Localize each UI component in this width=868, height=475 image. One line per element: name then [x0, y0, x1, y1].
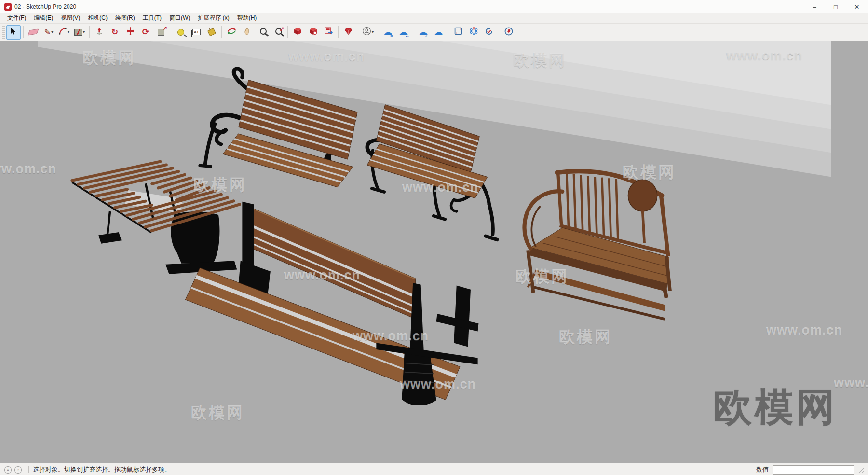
sketchup-logo-icon: [4, 3, 12, 11]
status-hint-text: 选择对象。切换到扩充选择。拖动鼠标选择多项。: [33, 465, 745, 474]
scale-icon: [158, 29, 164, 36]
menu-draw[interactable]: 绘图(R): [111, 13, 139, 23]
arc-tool-button[interactable]: ▾: [57, 25, 71, 40]
send-to-layout-button[interactable]: [321, 25, 336, 40]
move-icon: [126, 27, 135, 37]
extension-gem-icon: [344, 27, 353, 37]
3d-warehouse-button[interactable]: [290, 25, 305, 40]
status-separator: [749, 466, 749, 473]
toolbar-separator: [171, 26, 171, 38]
selection-frame-icon: [454, 27, 462, 37]
rectangle-tool-button[interactable]: ▾: [72, 25, 87, 40]
send-to-layout-icon: [325, 27, 333, 37]
line-tool-button[interactable]: ✎ ▾: [41, 25, 56, 40]
help-status-icon[interactable]: ?: [14, 466, 22, 474]
menu-file[interactable]: 文件(F): [3, 13, 30, 23]
window-controls: – □ ✕: [804, 0, 868, 13]
menu-edit[interactable]: 编辑(E): [30, 13, 57, 23]
menu-help[interactable]: 帮助(H): [233, 13, 261, 23]
zoom-icon: [260, 28, 267, 35]
close-button[interactable]: ✕: [846, 0, 868, 13]
push-pull-icon: [95, 27, 104, 38]
extents-arrows-icon: ⤢: [280, 27, 284, 32]
follow-me-tool-button[interactable]: ↻: [108, 25, 122, 40]
component-dots-button[interactable]: [466, 25, 481, 40]
toolbar-separator: [358, 26, 358, 38]
toolbar: ✎ ▾ ▾ ▾ ↻ ⟳ A1: [0, 24, 868, 41]
cloud-list-icon: ☁=: [434, 28, 443, 37]
text-tool-button[interactable]: A1: [189, 25, 203, 40]
rotate-tool-button[interactable]: ⟳: [138, 25, 153, 40]
chevron-down-icon: ▾: [372, 30, 374, 34]
circular-logo-button[interactable]: [502, 25, 516, 40]
eraser-tool-button[interactable]: [26, 25, 41, 40]
eraser-icon: [27, 29, 39, 36]
zoom-extents-tool-button[interactable]: ⤢: [271, 25, 285, 40]
scale-tool-button[interactable]: [154, 25, 168, 40]
sketchup-window: 02 - SketchUp Pro 2020 – □ ✕ 文件(F) 编辑(E)…: [0, 0, 868, 475]
selection-frame-button[interactable]: [451, 25, 465, 40]
tape-measure-tool-button[interactable]: [174, 25, 188, 40]
trimble-connect-list-button[interactable]: ☁=: [431, 25, 446, 40]
move-tool-button[interactable]: [123, 25, 137, 40]
circular-logo-icon: [504, 27, 513, 38]
dots-ring-icon: [470, 27, 478, 37]
select-cursor-icon: [10, 28, 17, 37]
menu-window[interactable]: 窗口(W): [165, 13, 194, 23]
pencil-icon: ✎: [44, 28, 51, 36]
toolbar-separator: [378, 26, 378, 38]
model-scene: [0, 41, 868, 463]
trimble-connect-link-button[interactable]: ☁∞: [380, 25, 395, 40]
chevron-down-icon: ▾: [83, 30, 85, 34]
account-button[interactable]: ▾: [361, 25, 375, 40]
toolbar-separator: [448, 26, 448, 38]
status-bar: ▲ ? 选择对象。切换到扩充选择。拖动鼠标选择多项。 数值: [0, 463, 868, 475]
chevron-down-icon: ▾: [51, 30, 53, 34]
extension-warehouse-button[interactable]: [341, 25, 355, 40]
geolocation-status-icon[interactable]: ▲: [4, 466, 12, 474]
select-tool-button[interactable]: [6, 25, 21, 40]
text-tool-icon: A1: [192, 29, 201, 35]
toolbar-separator: [499, 26, 499, 38]
toolbar-separator: [89, 26, 90, 38]
push-pull-tool-button[interactable]: [92, 25, 107, 40]
chevron-down-icon: ▾: [68, 30, 69, 34]
measurement-input[interactable]: [773, 465, 854, 475]
maximize-button[interactable]: □: [825, 0, 846, 13]
orbit-tool-button[interactable]: [224, 25, 239, 40]
toolbar-drag-handle[interactable]: [2, 26, 5, 39]
menu-tools[interactable]: 工具(T): [139, 13, 165, 23]
cloud-link-icon: ☁∞: [383, 28, 393, 37]
resize-grip[interactable]: [857, 467, 864, 473]
account-person-icon: [362, 27, 371, 38]
measurement-label: 数值: [756, 465, 769, 474]
arc-icon: [59, 27, 67, 37]
refresh-check-icon: [485, 27, 493, 38]
pan-tool-button[interactable]: [240, 25, 254, 40]
trimble-connect-share-button[interactable]: ☁∴: [396, 25, 410, 40]
menu-bar: 文件(F) 编辑(E) 视图(V) 相机(C) 绘图(R) 工具(T) 窗口(W…: [0, 13, 868, 24]
menu-view[interactable]: 视图(V): [57, 13, 84, 23]
cloud-check-icon: ☁✓: [419, 28, 428, 37]
paint-bucket-tool-button[interactable]: [204, 25, 219, 40]
status-separator: [28, 466, 29, 473]
pan-hand-icon: [243, 28, 251, 37]
toolbar-separator: [287, 26, 288, 38]
paint-bucket-icon: [207, 28, 216, 37]
menu-camera[interactable]: 相机(C): [84, 13, 111, 23]
menu-extensions[interactable]: 扩展程序 (x): [194, 13, 233, 23]
rotate-icon: ⟳: [142, 28, 149, 36]
follow-me-icon: ↻: [111, 28, 118, 36]
toolbar-separator: [221, 26, 222, 38]
cloud-share-icon: ☁∴: [399, 28, 408, 37]
trimble-connect-sync-button[interactable]: ☁✓: [416, 25, 430, 40]
share-model-cube-icon: [309, 27, 317, 37]
orbit-icon: [227, 27, 236, 38]
sync-check-button[interactable]: [482, 25, 496, 40]
viewport-canvas[interactable]: 欧模网 www.om.cn 欧模网 www.om.cn www.om.cn 欧模…: [0, 41, 868, 463]
3d-warehouse-cube-icon: [294, 27, 302, 37]
zoom-tool-button[interactable]: [255, 25, 270, 40]
share-model-button[interactable]: [306, 25, 320, 40]
toolbar-separator: [338, 26, 339, 38]
minimize-button[interactable]: –: [804, 0, 825, 13]
